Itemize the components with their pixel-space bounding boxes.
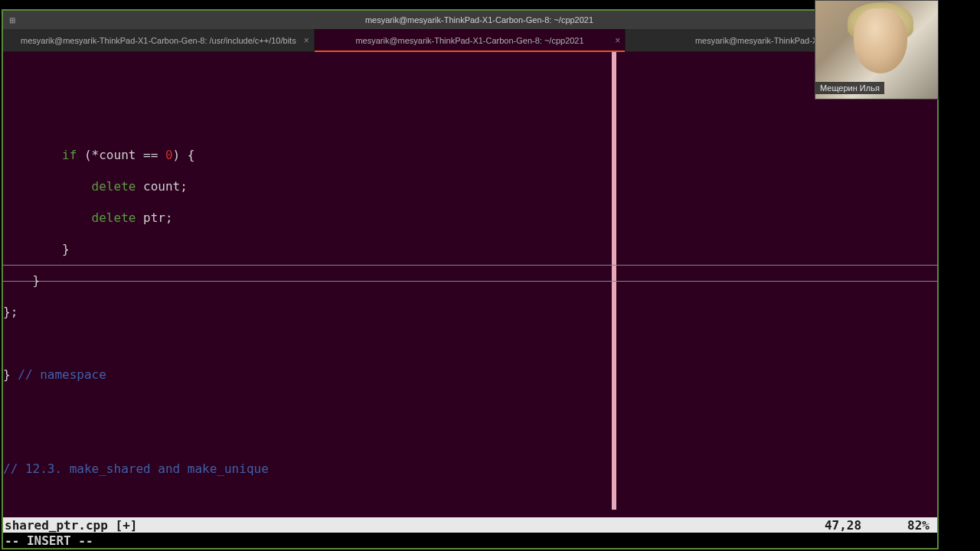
code-text: (*count == xyxy=(77,148,165,162)
webcam-name: Мещерин Илья xyxy=(815,82,884,94)
code-text: } xyxy=(3,367,11,382)
code-text: } xyxy=(3,242,70,256)
status-position: 47,28 xyxy=(825,518,861,533)
comment: // 12.3. make_shared and make_unique xyxy=(3,461,269,476)
tab-0[interactable]: mesyarik@mesyarik-ThinkPad-X1-Carbon-Gen… xyxy=(3,29,315,51)
tab-label: mesyarik@mesyarik-ThinkPad-X1-Carbon-Gen… xyxy=(21,36,296,45)
keyword: delete xyxy=(92,210,136,225)
window-menu-icon[interactable]: ⊞ xyxy=(3,11,21,29)
webcam-overlay: Мещерин Илья xyxy=(815,0,939,99)
editor-pane[interactable]: if (*count == 0) { delete count; delete … xyxy=(3,52,937,517)
status-percent: 82% xyxy=(907,518,929,533)
close-icon[interactable]: × xyxy=(304,35,309,46)
number: 0 xyxy=(165,148,173,162)
code-text: count; xyxy=(136,179,187,194)
code-text xyxy=(3,179,92,194)
close-icon[interactable]: × xyxy=(615,35,620,46)
tab-bar: mesyarik@mesyarik-ThinkPad-X1-Carbon-Gen… xyxy=(3,29,937,52)
tab-label: mesyarik@mesyarik-ThinkPad-X1-Carbon-Gen… xyxy=(355,36,583,45)
code-text: }; xyxy=(3,305,18,319)
vim-status-bar: shared_ptr.cpp [+] 47,28 82% xyxy=(3,517,937,533)
code-text: ptr; xyxy=(136,210,172,225)
vim-mode: -- INSERT -- xyxy=(5,533,93,548)
status-filename: shared_ptr.cpp [+] xyxy=(5,518,825,533)
code-text xyxy=(3,210,92,225)
vim-mode-bar: -- INSERT -- xyxy=(3,533,937,548)
title-bar: ⊞ mesyarik@mesyarik-ThinkPad-X1-Carbon-G… xyxy=(3,11,937,29)
terminal-window: ⊞ mesyarik@mesyarik-ThinkPad-X1-Carbon-G… xyxy=(2,9,939,549)
keyword: delete xyxy=(92,179,136,194)
comment: // namespace xyxy=(11,367,106,382)
webcam-figure xyxy=(854,8,907,73)
code-text xyxy=(3,148,62,162)
code-text: ) { xyxy=(173,148,195,162)
window-title: mesyarik@mesyarik-ThinkPad-X1-Carbon-Gen… xyxy=(21,15,937,24)
code-text: } xyxy=(3,273,40,288)
tab-1[interactable]: mesyarik@mesyarik-ThinkPad-X1-Carbon-Gen… xyxy=(315,29,626,51)
code-content: if (*count == 0) { delete count; delete … xyxy=(3,131,937,518)
keyword: if xyxy=(62,148,77,162)
